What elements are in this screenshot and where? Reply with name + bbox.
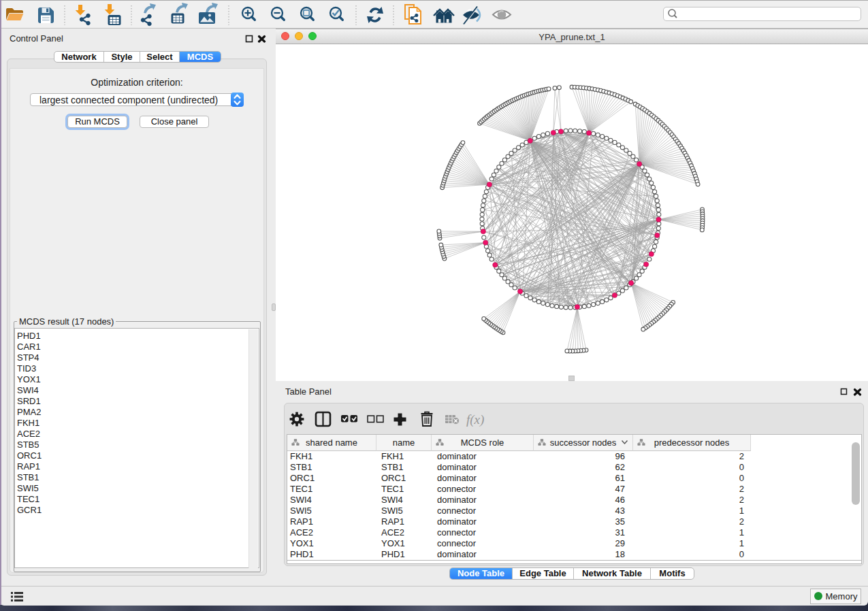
svg-text:f(x): f(x) [466,412,484,427]
